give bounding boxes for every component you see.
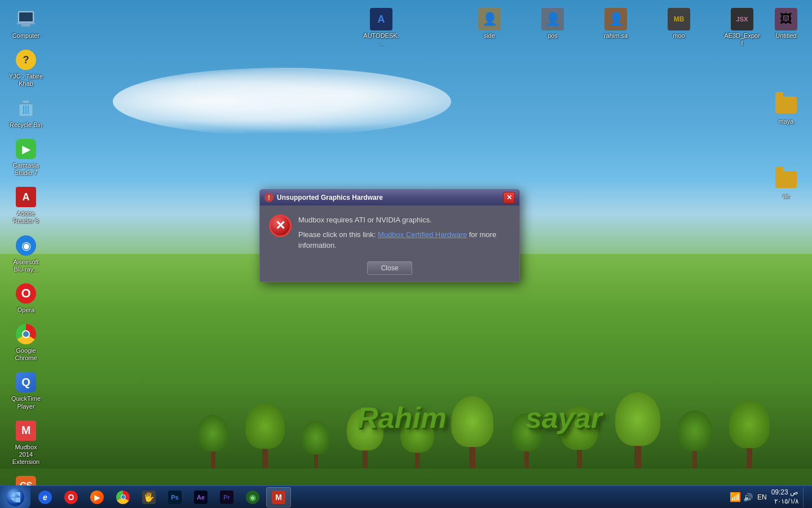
dialog-line2-prefix: Please click on this link: <box>298 230 378 239</box>
dialog-footer: Close <box>269 259 510 275</box>
untitled-label: Untitled <box>775 32 796 40</box>
desktop-icon-camtasia[interactable]: ▶ Camtasia Studio 7 <box>6 135 46 179</box>
desktop-icons-top: A AUTODESK... 👤 side 👤 pos 👤 rahim.sa <box>361 6 762 49</box>
adobe-reader-icon: A <box>15 186 37 208</box>
yjc-icon: ? <box>15 49 37 71</box>
dialog-titlebar: ! Unsupported Graphics Hardware ✕ <box>260 190 519 205</box>
taskbar-icon-after-effects[interactable]: Ae <box>188 487 213 507</box>
dialog-close-x-button[interactable]: ✕ <box>503 192 515 204</box>
recycle-bin-label: Recycle Bin <box>10 121 42 129</box>
taskbar-icon-media-player[interactable]: ▶ <box>85 487 109 507</box>
taskbar-language: EN <box>757 493 767 501</box>
rahim-text: Rahim <box>357 401 447 435</box>
desktop-icon-recycle-bin[interactable]: Recycle Bin <box>6 95 46 131</box>
side-icon: 👤 <box>478 8 501 30</box>
taskbar-icon-unknown1[interactable]: 🖐 <box>136 487 161 507</box>
dialog-unsupported-hardware: ! Unsupported Graphics Hardware ✕ ✕ Mudb… <box>259 189 520 282</box>
desktop-decorative-text: Rahim sayar <box>357 401 602 435</box>
svg-rect-3 <box>19 12 33 21</box>
dialog-line1: Mudbox requires ATI or NVIDIA graphics. <box>298 214 510 226</box>
taskbar-clock[interactable]: 09:23 ص ٢٠١٥/١/٨ <box>771 488 798 506</box>
side-label: side <box>484 32 495 40</box>
computer-label: Computer <box>12 32 39 40</box>
opera-label: Opera <box>17 306 35 314</box>
taskbar-date: ٢٠١٥/١/٨ <box>771 497 798 506</box>
svg-rect-6 <box>18 103 34 104</box>
svg-rect-1 <box>17 23 35 24</box>
taskbar-icon-mudbox[interactable]: M <box>266 487 291 507</box>
desktop-icon-opera[interactable]: O Opera <box>6 280 46 316</box>
dialog-content: ✕ Mudbox requires ATI or NVIDIA graphics… <box>269 214 510 251</box>
aiseesoft-label: Aiseesoft Blu-ray... <box>8 259 44 273</box>
desktop-icon-aiseesoft[interactable]: ◉ Aiseesoft Blu-ray... <box>6 232 46 275</box>
taskbar-icon-opera[interactable]: O <box>59 487 83 507</box>
desktop-icon-pos[interactable]: 👤 pos <box>532 6 573 49</box>
computer-icon <box>15 8 37 30</box>
taskbar-sys-icons: 📶 🔊 <box>730 492 753 502</box>
desktop-icon-quicktime[interactable]: Q QuickTime Player <box>6 369 46 412</box>
desktop-icon-autodesk[interactable]: A AUTODESK... <box>361 6 401 49</box>
desktop-icon-rahim-sa[interactable]: 👤 rahim.sa <box>595 6 636 49</box>
rahim-sa-icon: 👤 <box>604 8 627 30</box>
desktop-icon-ae3d-export[interactable]: JSX AE3D_Export <box>722 6 762 49</box>
dialog-hardware-link[interactable]: Mudbox Certified Hardware <box>378 230 467 239</box>
pos-icon: 👤 <box>541 8 564 30</box>
desktop-icon-maya[interactable]: maya <box>766 91 806 128</box>
autodesk-label: AUTODESK... <box>363 32 399 47</box>
desktop-icon-google-chrome[interactable]: Google Chrome <box>6 321 46 364</box>
quicktime-label: QuickTime Player <box>8 395 44 410</box>
taskbar-right: 📶 🔊 EN 09:23 ص ٢٠١٥/١/٨ <box>725 486 812 508</box>
taskbar-icon-photoshop[interactable]: Ps <box>162 487 187 507</box>
taskbar-icon-premiere[interactable]: Pr <box>214 487 239 507</box>
ae3d-label: AE3D_Export <box>724 32 760 47</box>
desktop-icon-mudbox[interactable]: M Mudbox 2014 Extension <box>6 417 46 468</box>
moo-icon: MB <box>668 8 690 30</box>
recycle-bin-icon <box>15 97 37 120</box>
google-chrome-label: Google Chrome <box>8 347 44 362</box>
ae3d-icon: JSX <box>731 8 753 30</box>
opera-icon: O <box>15 282 37 305</box>
taskbar-icon-chrome[interactable] <box>111 487 135 507</box>
rahim-sa-label: rahim.sa <box>604 32 628 40</box>
dialog-line2: Please click on this link: Mudbox Certif… <box>298 229 510 251</box>
desktop-icon-untitled[interactable]: 🖼 Untitled <box>766 6 806 42</box>
adobe-reader-label: Adobe Reader 8 <box>8 210 44 225</box>
dialog-title-left: ! Unsupported Graphics Hardware <box>264 193 383 202</box>
start-button[interactable] <box>0 486 30 509</box>
desktop-icon-yjc[interactable]: ? YJC - Tabire Khab <box>6 46 46 90</box>
dialog-close-button[interactable]: Close <box>367 261 413 275</box>
untitled-icon: 🖼 <box>775 8 797 30</box>
desktop-icon-side[interactable]: 👤 side <box>469 6 510 49</box>
moo-label: moo <box>673 32 685 40</box>
yjc-label: YJC - Tabire Khab <box>8 73 44 87</box>
ae-icon <box>775 168 797 191</box>
maya-icon <box>775 94 797 116</box>
google-chrome-icon <box>15 323 37 345</box>
dialog-text: Mudbox requires ATI or NVIDIA graphics. … <box>298 214 510 251</box>
maya-label: maya <box>779 118 794 125</box>
mudbox-label: Mudbox 2014 Extension <box>8 444 44 466</box>
desktop: Rahim sayar Computer ? YJC - Tabire Khab <box>0 0 812 508</box>
taskbar-icon-green-app[interactable]: ◉ <box>240 487 265 507</box>
desktop-icon-computer[interactable]: Computer <box>6 6 46 42</box>
dialog-body: ✕ Mudbox requires ATI or NVIDIA graphics… <box>260 205 519 282</box>
desktop-icons-left: Computer ? YJC - Tabire Khab Recycle <box>6 6 46 508</box>
aiseesoft-icon: ◉ <box>15 234 37 257</box>
desktop-icon-moo[interactable]: MB moo <box>659 6 699 49</box>
dialog-title-text: Unsupported Graphics Hardware <box>277 194 383 202</box>
taskbar-icons: e O ▶ 🖐 Ps <box>30 487 725 507</box>
taskbar: e O ▶ 🖐 Ps <box>0 485 812 508</box>
dialog-error-icon: ✕ <box>269 214 292 237</box>
ae-label: ae <box>783 192 789 200</box>
taskbar-icon-ie[interactable]: e <box>33 487 58 507</box>
desktop-icon-ae[interactable]: ae <box>766 166 806 202</box>
taskbar-network-icon: 📶 <box>730 492 741 502</box>
sayar-text: sayar <box>526 401 602 435</box>
taskbar-time: 09:23 ص <box>771 488 798 497</box>
mudbox-icon: M <box>15 419 37 442</box>
camtasia-icon: ▶ <box>15 138 37 160</box>
desktop-icons-right: 🖼 Untitled maya ae <box>766 6 806 203</box>
autodesk-icon: A <box>370 8 392 30</box>
desktop-icon-adobe-reader[interactable]: A Adobe Reader 8 <box>6 183 46 227</box>
taskbar-show-desktop[interactable] <box>803 487 807 507</box>
